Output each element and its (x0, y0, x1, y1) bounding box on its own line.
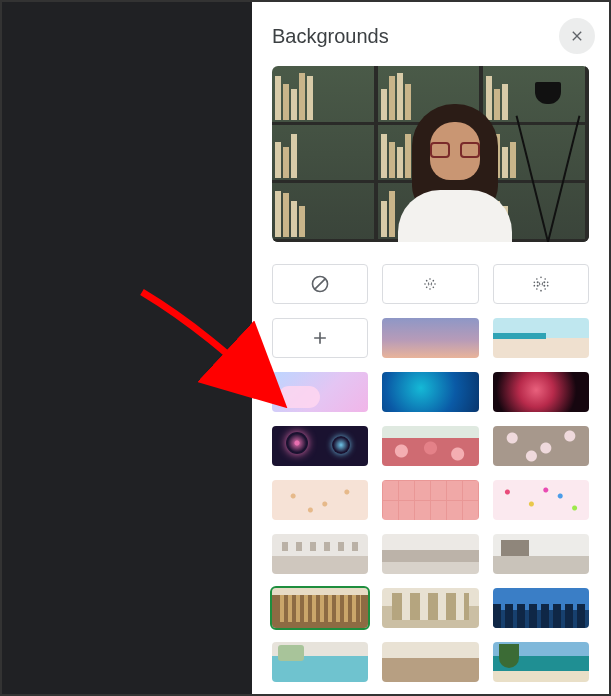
svg-point-18 (536, 288, 538, 290)
background-tile-fireworks[interactable] (272, 426, 368, 466)
background-tile-ocean[interactable] (382, 372, 478, 412)
svg-point-4 (435, 283, 437, 285)
svg-point-22 (543, 281, 545, 283)
svg-point-11 (540, 277, 542, 279)
background-tile-nebula[interactable] (493, 372, 589, 412)
background-tile-pastel[interactable] (272, 372, 368, 412)
background-tile-beach[interactable] (493, 318, 589, 358)
svg-point-1 (426, 280, 428, 282)
background-tile-city[interactable] (493, 588, 589, 628)
background-tile-blossom[interactable] (493, 426, 589, 466)
svg-point-23 (536, 285, 538, 287)
blur-icon (531, 274, 551, 294)
svg-point-21 (536, 281, 538, 283)
svg-point-15 (547, 282, 549, 284)
svg-rect-10 (429, 284, 432, 286)
background-tile-island[interactable] (493, 642, 589, 682)
option-blur[interactable] (493, 264, 589, 304)
preview-person (380, 92, 530, 242)
option-upload-background[interactable] (272, 318, 368, 358)
svg-point-3 (425, 283, 427, 285)
background-tile-sparkle[interactable] (272, 480, 368, 520)
svg-point-14 (533, 282, 535, 284)
svg-point-16 (533, 285, 535, 287)
background-tile-pinkpat[interactable] (382, 480, 478, 520)
background-tile-room3[interactable] (493, 534, 589, 574)
background-tile-cafe[interactable] (382, 642, 478, 682)
svg-point-20 (540, 290, 542, 292)
svg-rect-27 (539, 284, 542, 286)
svg-point-2 (433, 280, 435, 282)
no-background-icon (310, 274, 330, 294)
slight-blur-icon (420, 274, 440, 294)
backgrounds-panel: Backgrounds (252, 2, 609, 694)
background-tile-room1[interactable] (272, 534, 368, 574)
close-icon (569, 28, 585, 44)
background-tile-pool[interactable] (272, 642, 368, 682)
svg-point-6 (433, 287, 435, 289)
background-tile-kitchen[interactable] (382, 588, 478, 628)
option-slight-blur[interactable] (382, 264, 478, 304)
svg-point-13 (544, 278, 546, 280)
background-tile-library[interactable] (272, 588, 368, 628)
svg-point-7 (430, 288, 432, 290)
svg-point-19 (544, 288, 546, 290)
svg-point-9 (429, 281, 432, 284)
panel-header: Backgrounds (272, 12, 589, 60)
panel-title: Backgrounds (272, 25, 389, 48)
meeting-dark-area (2, 2, 252, 694)
svg-point-5 (426, 287, 428, 289)
svg-point-24 (543, 285, 545, 287)
plus-icon (310, 328, 330, 348)
svg-point-17 (547, 285, 549, 287)
svg-point-0 (430, 278, 432, 280)
background-tile-flowers[interactable] (382, 426, 478, 466)
option-no-background[interactable] (272, 264, 368, 304)
background-tile-room2[interactable] (382, 534, 478, 574)
close-button[interactable] (559, 18, 595, 54)
background-tile-sunset[interactable] (382, 318, 478, 358)
svg-point-26 (539, 281, 542, 284)
background-grid (272, 264, 589, 682)
svg-point-12 (536, 278, 538, 280)
background-tile-confetti[interactable] (493, 480, 589, 520)
self-preview (272, 66, 589, 242)
